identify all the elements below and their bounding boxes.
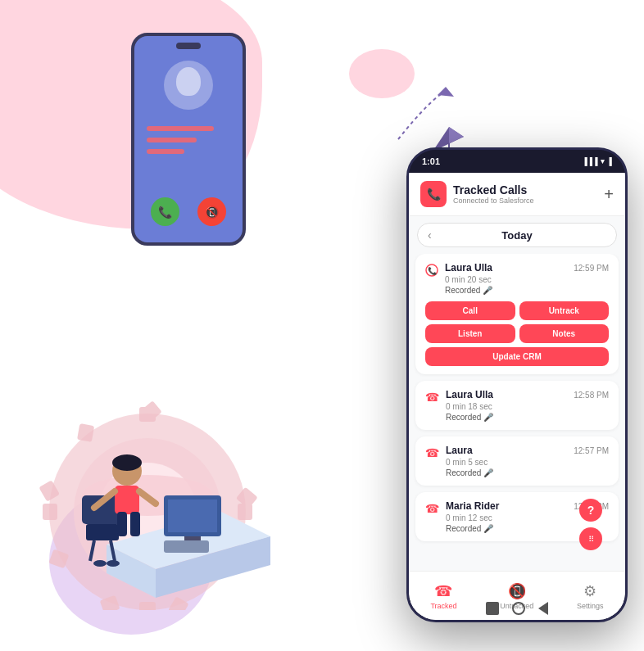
svg-rect-31 <box>115 486 139 514</box>
nav-circle <box>512 602 525 615</box>
untracked-icon: 📵 <box>508 582 526 600</box>
call-duration-1: 0 min 18 sec <box>446 402 609 411</box>
phone-call-btn: 📞 <box>151 197 179 226</box>
call-item-2-header: ☎ Laura 12:57 PM 0 min 5 sec Recorded 🎤 <box>425 445 609 477</box>
call-recorded-2: Recorded 🎤 <box>446 468 609 477</box>
call-item-0-header: 📞 Laura Ulla 12:59 PM 0 min 20 sec Recor… <box>425 262 609 295</box>
call-name-row-2: Laura 12:57 PM <box>446 445 609 456</box>
call-duration-2: 0 min 5 sec <box>446 458 609 467</box>
fab-help-button[interactable]: ? <box>579 499 602 522</box>
call-name-row-1: Laura Ulla 12:58 PM <box>446 389 609 400</box>
update-crm-button-0[interactable]: Update CRM <box>425 347 609 366</box>
call-name-2: Laura <box>446 445 473 456</box>
notes-button-0[interactable]: Notes <box>519 324 610 343</box>
call-item-1: ☎ Laura Ulla 12:58 PM 0 min 18 sec Recor… <box>415 381 619 430</box>
call-icon-2: ☎ <box>425 446 439 459</box>
call-actions-0: Call Untrack Listen Notes Update CRM <box>425 301 609 366</box>
svg-rect-5 <box>43 504 57 520</box>
svg-rect-35 <box>130 512 140 536</box>
mic-icon-1: 🎤 <box>483 413 493 422</box>
mic-icon-2: 🎤 <box>483 468 493 477</box>
app-title-group: Tracked Calls Connected to Salesforce <box>453 183 534 205</box>
call-item-2: ☎ Laura 12:57 PM 0 min 5 sec Recorded 🎤 <box>415 436 619 486</box>
call-duration-0: 0 min 20 sec <box>445 275 609 284</box>
date-nav: ‹ Today › <box>417 223 617 247</box>
phone-screen: 📞 Tracked Calls Connected to Salesforce … <box>409 173 625 620</box>
call-time-0: 12:59 PM <box>574 264 609 273</box>
call-name-0: Laura Ulla <box>445 262 492 274</box>
tab-tracked-label: Tracked <box>430 602 456 610</box>
svg-rect-34 <box>117 512 127 536</box>
fab-keypad-button[interactable]: ⠿ <box>579 527 602 550</box>
mobile-phone: 1:01 ▐▐▐ ▾ ▐ 📞 Tracked Calls Connected t… <box>406 147 628 622</box>
call-info-2: Laura 12:57 PM 0 min 5 sec Recorded 🎤 <box>446 445 609 477</box>
mic-icon-3: 🎤 <box>483 524 493 533</box>
call-info-1: Laura Ulla 12:58 PM 0 min 18 sec Recorde… <box>446 389 609 422</box>
signal-icon: ▐▐▐ <box>582 157 597 165</box>
svg-point-28 <box>107 560 120 567</box>
call-item-0: 📞 Laura Ulla 12:59 PM 0 min 20 sec Recor… <box>415 254 619 374</box>
call-name-row-0: Laura Ulla 12:59 PM <box>445 262 609 274</box>
svg-rect-22 <box>164 540 209 553</box>
big-phone-illustration: 📞 📵 <box>131 33 246 246</box>
phone-line-2 <box>147 138 197 142</box>
svg-point-30 <box>112 454 142 471</box>
call-name-1: Laura Ulla <box>446 389 493 400</box>
tracked-icon: ☎ <box>434 582 452 600</box>
call-time-2: 12:57 PM <box>574 446 609 455</box>
phone-nav-bar <box>486 602 548 615</box>
phone-line-1 <box>147 126 214 131</box>
listen-button-0[interactable]: Listen <box>425 324 515 343</box>
call-name-3: Maria Rider <box>446 500 499 512</box>
svg-point-27 <box>93 560 107 567</box>
add-button[interactable]: + <box>604 185 614 204</box>
nav-square <box>486 602 499 615</box>
tab-tracked[interactable]: ☎ Tracked <box>430 582 456 610</box>
status-icons: ▐▐▐ ▾ ▐ <box>582 157 612 165</box>
call-icon-3: ☎ <box>425 502 439 515</box>
svg-marker-39 <box>438 87 454 97</box>
svg-rect-20 <box>168 500 217 532</box>
call-recorded-0: Recorded 🎤 <box>445 286 609 295</box>
phone-lines <box>147 126 230 160</box>
tab-settings-label: Settings <box>577 602 604 610</box>
app-header: 📞 Tracked Calls Connected to Salesforce … <box>409 173 625 216</box>
call-time-1: 12:58 PM <box>574 391 609 400</box>
keypad-icon: ⠿ <box>588 535 594 544</box>
status-time: 1:01 <box>422 156 440 166</box>
svg-marker-41 <box>449 127 464 143</box>
call-item-1-header: ☎ Laura Ulla 12:58 PM 0 min 18 sec Recor… <box>425 389 609 422</box>
app-icon-symbol: 📞 <box>427 188 441 201</box>
nav-back <box>538 602 548 615</box>
app-icon: 📞 <box>420 181 447 207</box>
call-list: 📞 Laura Ulla 12:59 PM 0 min 20 sec Recor… <box>409 254 625 620</box>
settings-icon: ⚙ <box>583 582 596 600</box>
gear-illustration <box>8 381 287 610</box>
wifi-icon: ▾ <box>601 157 605 165</box>
svg-rect-24 <box>86 524 119 540</box>
date-label: Today <box>501 229 532 242</box>
phone-line-3 <box>147 149 184 154</box>
call-icon-0: 📞 <box>425 264 438 280</box>
call-button-0[interactable]: Call <box>425 301 515 320</box>
phone-notch <box>176 43 201 49</box>
app-subtitle: Connected to Salesforce <box>453 197 534 205</box>
battery-icon: ▐ <box>607 157 612 165</box>
phone-avatar <box>164 61 213 110</box>
mic-icon-0: 🎤 <box>483 286 492 295</box>
status-bar: 1:01 ▐▐▐ ▾ ▐ <box>409 150 625 173</box>
untrack-button-0[interactable]: Untrack <box>519 301 610 320</box>
call-icon-1: ☎ <box>425 391 439 404</box>
svg-rect-12 <box>77 423 94 442</box>
call-recorded-1: Recorded 🎤 <box>446 413 609 422</box>
call-info-0: Laura Ulla 12:59 PM 0 min 20 sec Recorde… <box>445 262 609 295</box>
phone-end-btn: 📵 <box>197 197 226 226</box>
tab-settings[interactable]: ⚙ Settings <box>577 582 604 610</box>
app-title: Tracked Calls <box>453 183 534 197</box>
app-header-left: 📞 Tracked Calls Connected to Salesforce <box>420 181 534 207</box>
svg-text:📞: 📞 <box>428 266 438 276</box>
svg-rect-3 <box>139 602 156 610</box>
date-back-arrow[interactable]: ‹ <box>428 228 432 242</box>
